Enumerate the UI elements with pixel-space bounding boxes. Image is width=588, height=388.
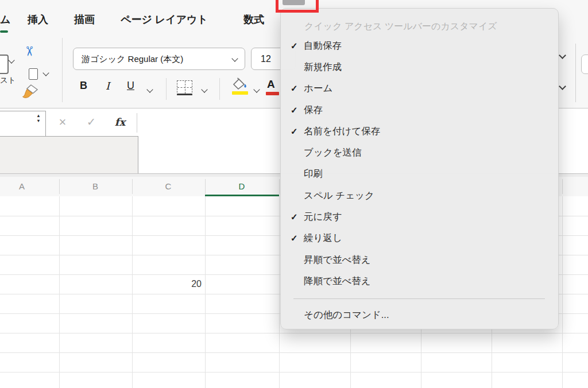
gridline-horizontal bbox=[0, 372, 588, 373]
paste-icon[interactable] bbox=[0, 55, 9, 74]
gridline-vertical bbox=[279, 196, 280, 388]
font-name-box[interactable]: 游ゴシック Regular (本文) bbox=[73, 48, 245, 70]
formula-bar-divider bbox=[137, 113, 137, 133]
font-color-icon[interactable]: A bbox=[267, 78, 275, 91]
group-divider bbox=[62, 38, 63, 102]
italic-button[interactable]: I bbox=[106, 80, 110, 92]
check-icon: ✓ bbox=[291, 126, 304, 137]
gridline-vertical bbox=[132, 196, 133, 388]
column-header-C[interactable]: C bbox=[157, 177, 180, 196]
menu-item[interactable]: 降順で並べ替え bbox=[281, 270, 558, 292]
ribbon-tab[interactable]: ページ レイアウト bbox=[121, 13, 208, 26]
ribbon-tab[interactable]: 数式 bbox=[243, 13, 264, 26]
menu-item-label: 昇順で並べ替え bbox=[304, 254, 371, 266]
insert-function-icon[interactable]: fx bbox=[111, 112, 129, 133]
menu-item[interactable]: 新規作成 bbox=[281, 56, 558, 77]
fill-color-chevron-icon[interactable] bbox=[253, 86, 260, 92]
check-icon: ✓ bbox=[291, 83, 304, 94]
borders-chevron-icon[interactable] bbox=[201, 86, 207, 92]
copy-dropdown-chevron-icon[interactable] bbox=[42, 69, 49, 76]
underline-button[interactable]: U bbox=[127, 80, 134, 92]
check-icon: ✓ bbox=[291, 105, 304, 115]
ribbon-right-partial-box bbox=[581, 55, 588, 74]
menu-divider bbox=[293, 298, 545, 299]
format-painter-icon[interactable] bbox=[21, 84, 39, 100]
column-header-boundary bbox=[279, 179, 280, 194]
check-icon: ✓ bbox=[291, 233, 304, 243]
gridline-vertical bbox=[205, 196, 206, 388]
column-header-boundary bbox=[132, 179, 133, 194]
menu-item[interactable]: ✓名前を付けて保存 bbox=[281, 121, 558, 142]
menu-item[interactable]: ✓元に戻す bbox=[281, 206, 558, 227]
ribbon-overflow-chevron-icon[interactable] bbox=[559, 52, 566, 59]
menu-item-label: 印刷 bbox=[304, 168, 323, 180]
menu-item-label: 元に戻す bbox=[304, 211, 342, 223]
paste-dropdown-chevron-icon[interactable] bbox=[8, 57, 14, 63]
active-tab-underline bbox=[0, 30, 8, 33]
column-header-boundary bbox=[205, 179, 206, 194]
menu-item-label: 保存 bbox=[304, 104, 323, 117]
column-header-D[interactable]: D bbox=[230, 177, 253, 196]
qat-customize-button[interactable] bbox=[283, 0, 305, 5]
menu-item[interactable]: スペル チェック bbox=[281, 185, 558, 206]
name-box-dropdown-panel bbox=[0, 136, 138, 175]
fill-color-swatch[interactable] bbox=[232, 91, 248, 95]
ribbon-tab[interactable]: 描画 bbox=[74, 13, 95, 26]
cut-icon[interactable]: ✂ bbox=[21, 46, 37, 57]
menu-item-label: 新規作成 bbox=[304, 61, 342, 73]
menu-item-more-commands[interactable]: その他のコマンド... bbox=[281, 302, 558, 328]
menu-item-label: スペル チェック bbox=[304, 189, 374, 202]
group-divider bbox=[575, 44, 576, 102]
gridline-horizontal bbox=[0, 352, 588, 353]
menu-item-label: 自動保存 bbox=[304, 40, 342, 52]
font-color-swatch[interactable] bbox=[266, 92, 279, 95]
excel-window: ム挿入描画ページ レイアウト数式 スト ✂ 游ゴシック Regular (本文)… bbox=[0, 0, 588, 388]
menu-item[interactable]: ✓保存 bbox=[281, 99, 558, 121]
paste-label[interactable]: スト bbox=[0, 75, 16, 86]
bold-button[interactable]: B bbox=[80, 80, 87, 92]
font-name-value: 游ゴシック Regular (本文) bbox=[74, 48, 245, 69]
menu-title: クイック アクセス ツールバーのカスタマイズ bbox=[281, 18, 558, 35]
enter-icon[interactable]: ✓ bbox=[83, 112, 100, 133]
group-divider bbox=[166, 78, 167, 100]
column-header-B[interactable]: B bbox=[84, 177, 107, 196]
menu-item-label: ブックを送信 bbox=[304, 146, 362, 159]
name-box-spinner[interactable]: ▲ ▼ bbox=[34, 114, 42, 123]
menu-item-label: ホーム bbox=[304, 82, 332, 95]
cell-value[interactable]: 20 bbox=[132, 274, 202, 294]
gridline-horizontal bbox=[0, 333, 588, 333]
qat-customize-menu: クイック アクセス ツールバーのカスタマイズ ✓自動保存新規作成✓ホーム✓保存✓… bbox=[280, 8, 559, 329]
column-header-boundary bbox=[59, 179, 60, 194]
underline-chevron-icon[interactable] bbox=[146, 86, 153, 92]
gridline-vertical bbox=[562, 196, 563, 388]
cancel-icon[interactable]: × bbox=[54, 112, 71, 133]
group-divider bbox=[219, 78, 220, 100]
check-icon: ✓ bbox=[291, 41, 304, 51]
menu-item[interactable]: 昇順で並べ替え bbox=[281, 249, 558, 270]
menu-item[interactable]: ✓繰り返し bbox=[281, 228, 558, 249]
copy-icon[interactable] bbox=[29, 68, 38, 80]
check-icon: ✓ bbox=[291, 212, 304, 222]
menu-item-label: 名前を付けて保存 bbox=[304, 125, 380, 138]
menu-item-label: 繰り返し bbox=[304, 232, 342, 245]
menu-item[interactable]: ✓ホーム bbox=[281, 78, 558, 99]
ribbon-tab[interactable]: ム bbox=[0, 13, 10, 26]
menu-item[interactable]: ✓自動保存 bbox=[281, 35, 558, 56]
menu-items: ✓自動保存新規作成✓ホーム✓保存✓名前を付けて保存ブックを送信印刷スペル チェッ… bbox=[281, 35, 558, 292]
column-header-boundary bbox=[562, 179, 563, 194]
ribbon-overflow-chevron-icon[interactable] bbox=[559, 83, 566, 90]
borders-icon[interactable] bbox=[177, 80, 192, 95]
gridline-vertical bbox=[59, 196, 60, 388]
column-header-A[interactable]: A bbox=[10, 177, 33, 196]
menu-item[interactable]: ブックを送信 bbox=[281, 142, 558, 163]
ribbon-tab[interactable]: 挿入 bbox=[28, 13, 48, 26]
fill-color-icon[interactable] bbox=[230, 77, 249, 91]
spinner-down-icon[interactable]: ▼ bbox=[34, 119, 42, 124]
menu-item[interactable]: 印刷 bbox=[281, 164, 558, 185]
menu-item-label: 降順で並べ替え bbox=[304, 275, 371, 288]
